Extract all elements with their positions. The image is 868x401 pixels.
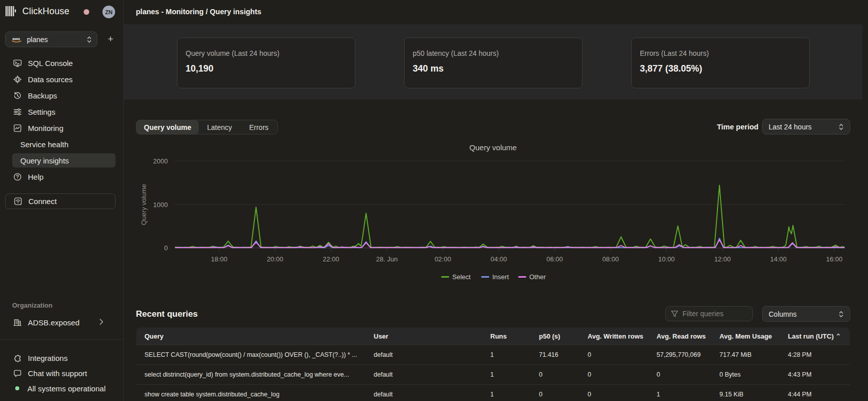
svg-text:0: 0 <box>164 244 168 252</box>
svg-text:2000: 2000 <box>153 157 168 165</box>
svg-text:10:00: 10:00 <box>658 255 675 263</box>
svg-text:02:00: 02:00 <box>435 255 451 263</box>
svg-text:14:00: 14:00 <box>770 255 787 263</box>
svg-text:aws: aws <box>12 37 20 41</box>
svg-text:22:00: 22:00 <box>323 255 340 263</box>
svg-text:20:00: 20:00 <box>267 255 283 263</box>
svg-text:08:00: 08:00 <box>602 255 619 263</box>
svg-text:18:00: 18:00 <box>211 255 228 263</box>
svg-text:12:00: 12:00 <box>714 255 731 263</box>
svg-text:Query volume: Query volume <box>140 184 148 225</box>
svg-text:16:00: 16:00 <box>826 255 843 263</box>
svg-text:04:00: 04:00 <box>490 255 507 263</box>
svg-text:1000: 1000 <box>153 201 168 209</box>
svg-text:28. Jun: 28. Jun <box>376 255 398 263</box>
svg-text:06:00: 06:00 <box>547 255 563 263</box>
